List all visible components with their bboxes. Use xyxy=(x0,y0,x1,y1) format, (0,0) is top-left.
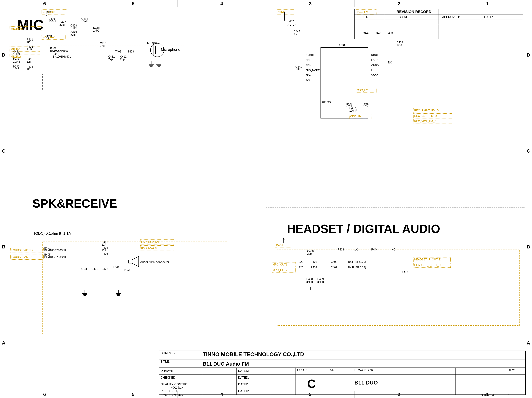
svg-text:C431: C431 xyxy=(13,50,19,53)
svg-marker-122 xyxy=(283,238,285,240)
svg-text:COMPANY:: COMPANY: xyxy=(161,351,176,355)
svg-text:R400: R400 xyxy=(363,102,369,105)
svg-text:RFIN: RFIN xyxy=(306,64,311,67)
svg-text:R403: R403 xyxy=(102,241,108,244)
svg-rect-164 xyxy=(413,108,452,113)
svg-rect-181 xyxy=(272,262,295,267)
svg-text:BLM18BB750SN1: BLM18BB750SN1 xyxy=(44,256,66,259)
svg-rect-15 xyxy=(46,46,184,93)
svg-text:I: I xyxy=(371,69,372,72)
svg-text:VDDDAC1: VDDDAC1 xyxy=(43,11,55,13)
grid-markers-right: D C B A xyxy=(525,7,532,391)
svg-text:Louder SPK connector: Louder SPK connector xyxy=(139,260,169,264)
svg-text:C-41: C-41 xyxy=(81,267,87,270)
grid-row-B: B xyxy=(0,199,7,295)
svg-text:RFIN: RFIN xyxy=(306,59,311,61)
svg-text:100nF: 100nF xyxy=(349,109,357,112)
svg-text:10nF: 10nF xyxy=(81,20,88,23)
svg-text:27pF: 27pF xyxy=(70,33,77,36)
svg-text:BK1005HM601: BK1005HM601 xyxy=(50,49,68,52)
svg-text:5NpF: 5NpF xyxy=(317,281,324,284)
svg-rect-84 xyxy=(14,74,43,91)
svg-text:DATED:: DATED: xyxy=(238,369,249,373)
svg-text:TINNO MOBILE TECHNOLOGY CO.,LT: TINNO MOBILE TECHNOLOGY CO.,LTD xyxy=(203,351,304,357)
svg-text:REC_RIGHT_FM_D: REC_RIGHT_FM_D xyxy=(414,109,439,112)
grid-col-bot-3: 3 xyxy=(266,391,355,398)
svg-text:4.7N: 4.7N xyxy=(363,105,368,108)
svg-text:LOUDSPEAKER+: LOUDSPEAKER+ xyxy=(12,249,33,252)
svg-text:LTR: LTR xyxy=(363,15,368,19)
svg-text:CHECKED:: CHECKED: xyxy=(161,376,176,379)
svg-text:CODE:: CODE: xyxy=(297,368,307,372)
grid-markers-top: 6 5 4 3 2 1 xyxy=(0,0,532,7)
svg-text:R406: R406 xyxy=(102,252,108,255)
svg-text:C441: C441 xyxy=(295,65,302,68)
svg-rect-142 xyxy=(356,10,376,14)
svg-text:C439: C439 xyxy=(317,278,324,281)
svg-text:12R: 12R xyxy=(102,249,107,252)
svg-text:B402: B402 xyxy=(50,47,56,50)
svg-text:C403: C403 xyxy=(386,32,393,35)
svg-text:SDA: SDA xyxy=(306,74,311,77)
svg-text:R445: R445 xyxy=(402,271,408,274)
svg-text:1K: 1K xyxy=(26,68,30,71)
svg-rect-170 xyxy=(277,250,520,325)
svg-text:4.7N: 4.7N xyxy=(346,105,352,108)
svg-text:C422: C422 xyxy=(102,267,108,270)
headset-label: HEADSET / DIGITAL AUDIO xyxy=(287,222,440,235)
svg-text:DATED:: DATED: xyxy=(238,383,249,386)
svg-text:B411: B411 xyxy=(53,53,59,56)
svg-text:B401: B401 xyxy=(44,246,51,249)
svg-text:GNDRF: GNDRF xyxy=(306,53,315,56)
svg-text:SCL: SCL xyxy=(306,79,310,82)
svg-text:R412: R412 xyxy=(26,45,33,48)
svg-text:B11 DUO: B11 DUO xyxy=(354,379,378,386)
svg-text:CDC_FM: CDC_FM xyxy=(350,115,361,118)
svg-text:C434: C434 xyxy=(81,17,88,20)
grid-row-C: C xyxy=(0,103,7,199)
grid-col-2: 2 xyxy=(355,0,443,7)
svg-text:NC: NC xyxy=(388,61,392,64)
grid-col-bot-6: 6 xyxy=(0,391,89,398)
svg-text:C432: C432 xyxy=(13,58,19,61)
svg-text:12R: 12R xyxy=(102,243,107,246)
svg-text:C438: C438 xyxy=(306,278,313,281)
svg-text:MPC_OUT1: MPC_OUT1 xyxy=(273,263,287,266)
rdc-label: R(DC):0.1ohm It=1.1A xyxy=(34,231,71,235)
svg-rect-138 xyxy=(277,10,294,14)
svg-text:T402: T402 xyxy=(115,50,121,53)
svg-text:ROUT: ROUT xyxy=(371,53,378,56)
svg-text:TITLE:: TITLE: xyxy=(161,360,170,363)
svg-rect-202 xyxy=(159,351,526,395)
svg-text:DRAWN:: DRAWN: xyxy=(161,369,173,373)
svg-text:GND_SCK: GND_SCK xyxy=(43,35,56,38)
svg-text:R410: R410 xyxy=(93,27,100,30)
svg-rect-52 xyxy=(42,10,67,14)
svg-text:100pF: 100pF xyxy=(70,27,78,30)
svg-rect-203 xyxy=(159,351,526,359)
svg-rect-99 xyxy=(140,240,174,244)
svg-text:10uF (BP:0.25): 10uF (BP:0.25) xyxy=(348,266,366,269)
svg-text:R408: R408 xyxy=(46,34,52,37)
grid-col-bot-1: 1 xyxy=(443,391,532,398)
svg-rect-183 xyxy=(272,268,295,273)
svg-text:SIZE:: SIZE: xyxy=(330,368,337,372)
svg-text:MICBIAS1: MICBIAS1 xyxy=(11,27,25,31)
svg-text:T422: T422 xyxy=(123,268,130,271)
svg-text:AVDD: AVDD xyxy=(278,11,285,13)
svg-text:15nF: 15nF xyxy=(13,67,19,70)
svg-text:C408: C408 xyxy=(307,250,314,253)
svg-rect-85 xyxy=(43,241,228,334)
svg-text:1.5K: 1.5K xyxy=(26,48,32,51)
svg-rect-179 xyxy=(413,263,451,267)
svg-rect-144 xyxy=(356,88,376,93)
svg-text:C414: C414 xyxy=(13,64,19,67)
svg-text:BK1005HM601: BK1005HM601 xyxy=(53,55,71,58)
svg-text:R401: R401 xyxy=(311,260,317,263)
svg-text:C408: C408 xyxy=(331,260,337,263)
svg-text:Microphone: Microphone xyxy=(161,47,180,52)
grid-markers-bottom: 6 5 4 3 2 1 xyxy=(0,391,532,398)
grid-col-bot-2: 2 xyxy=(355,391,443,398)
svg-text:C411: C411 xyxy=(108,55,115,58)
svg-text:C440: C440 xyxy=(375,32,381,35)
